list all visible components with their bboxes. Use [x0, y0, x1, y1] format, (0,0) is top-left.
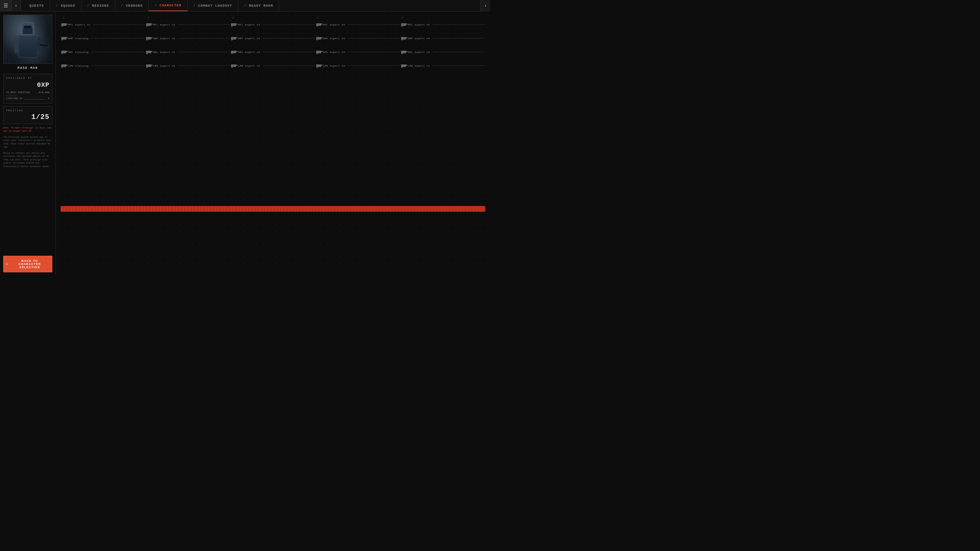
hrf-v3-name: HRF expert v3 [323, 37, 345, 40]
tab-quests[interactable]: QUESTS [21, 0, 50, 11]
portrait-body [18, 35, 37, 57]
grl-v4-name: GRL expert v4 [408, 51, 430, 54]
rfl-v2-name: RFL expert v2 [153, 23, 175, 26]
hrf-training-icon [61, 37, 66, 40]
grl-training-name: GRL training [68, 51, 89, 54]
lmg-v3-icon [316, 64, 321, 67]
rfl-v4-icon [316, 23, 321, 26]
skill-item-rfl-v2[interactable]: RFL expert v2 [145, 22, 230, 27]
portrait-head [21, 22, 34, 35]
skill-item-hrf-v1[interactable]: HRF expert v1 [145, 35, 230, 41]
hrf-v1-icon [146, 37, 151, 40]
skill-item-lmg-v2[interactable]: LMG expert v2 [230, 63, 315, 68]
lmg-training-bar [91, 65, 145, 66]
hrf-v2-bar [262, 38, 315, 38]
tab-ready-room[interactable]: / READY ROOM [238, 0, 280, 11]
character-portrait [3, 15, 52, 64]
main-layout: MASK MAN AVAILABLE XP 0XP TO NEXT PRESTI… [0, 11, 490, 275]
col-num-1: 1 [61, 16, 146, 19]
skill-item-lmg-training[interactable]: LMG training [60, 63, 145, 68]
rfl-v1-bar [93, 24, 145, 25]
lmg-v2-icon [231, 64, 236, 67]
prestige-section: PRESTIGE 1/25 [3, 106, 52, 124]
skill-item-hrf-v4[interactable]: HRF expert v4 [400, 35, 485, 41]
skill-item-hrf-training[interactable]: HRF training [60, 35, 145, 41]
hrf-v4-icon [401, 37, 406, 40]
grl-v3-icon [316, 50, 321, 54]
grl-training-icon [61, 50, 66, 54]
rfl-v3-icon [231, 23, 236, 26]
col-num-4: 4 [315, 16, 400, 19]
back-arrow-icon: « [6, 262, 8, 266]
lmg-v4-bar [433, 65, 485, 66]
skill-item-grl-v2[interactable]: GRL expert v2 [230, 49, 315, 55]
prestige-warning: When 'To Next Prestige' is full, you can… [3, 127, 52, 133]
tab-vendors[interactable]: / VENDORS [115, 0, 149, 11]
skill-item-grl-v1[interactable]: GRL expert v1 [145, 49, 230, 55]
skill-item-rfl-v1[interactable]: RFL expert v1 [60, 22, 145, 27]
hrf-v4-bar [433, 38, 485, 38]
skill-item-lmg-v3[interactable]: LMG expert v3 [315, 63, 400, 68]
grl-training-bar [91, 52, 145, 52]
tab-character[interactable]: / CHARACTER [149, 0, 187, 11]
rfl-v5-name: RFL expert v5 [408, 23, 430, 26]
xp-to-next-row: TO NEXT PRESTIGE ___________ 0/8,000 [6, 91, 49, 96]
lmg-v2-name: LMG expert v2 [238, 64, 260, 67]
xp-to-next-value: 0/8,000 [39, 91, 49, 96]
xp-section: AVAILABLE XP 0XP TO NEXT PRESTIGE ______… [3, 74, 52, 104]
nav-prev-arrow[interactable]: ‹ [11, 0, 21, 11]
grl-v4-icon [401, 50, 406, 54]
skill-item-lmg-v1[interactable]: LMG expert v1 [145, 63, 230, 68]
skill-item-grl-v3[interactable]: GRL expert v3 [315, 49, 400, 55]
skill-row-lmg: LMG training LMG expert v1 LMG expert v2 [60, 63, 485, 68]
xp-value: 0XP [6, 81, 49, 89]
lmg-v3-name: LMG expert v3 [323, 64, 345, 67]
prestige-desc1: The Prestige system allows you to reset … [3, 135, 52, 149]
portrait-arm-right [35, 37, 42, 52]
rfl-v5-icon [401, 23, 406, 26]
back-to-character-button[interactable]: « BACK TO CHARACTER SELECTION [3, 256, 52, 272]
rfl-v1-name: RFL expert v1 [68, 23, 90, 26]
grl-v1-name: GRL expert v1 [153, 51, 175, 54]
skill-item-rfl-v4[interactable]: RFL expert v4 [315, 22, 400, 27]
grl-v4-bar [433, 52, 485, 52]
tab-combat-loadout[interactable]: / COMBAT LOADOUT [188, 0, 238, 11]
prestige-desc2: Doing so removes all skills and increase… [3, 151, 52, 168]
skill-item-grl-v4[interactable]: GRL expert v4 [400, 49, 485, 55]
skill-item-hrf-v2[interactable]: HRF expert v2 [230, 35, 315, 41]
skill-item-grl-training[interactable]: GRL training [60, 49, 145, 55]
skill-item-lmg-v4[interactable]: LMG expert v4 [400, 63, 485, 68]
menu-button[interactable]: ☰ [0, 0, 11, 11]
grl-v2-icon [231, 50, 236, 54]
xp-to-next-label: TO NEXT PRESTIGE ___________ [6, 91, 39, 96]
skill-row-grl: GRL training GRL expert v1 GRL expert v2 [60, 49, 485, 55]
hrf-v1-name: HRF expert v1 [153, 37, 175, 40]
portrait-arm-left [13, 37, 19, 53]
xp-progress-fill [60, 206, 485, 212]
tab-squads[interactable]: / SQUADS [50, 0, 81, 11]
tab-regions[interactable]: / REGIONS [81, 0, 115, 11]
hrf-v1-bar [178, 38, 230, 38]
portrait-art [3, 15, 52, 64]
rfl-v2-bar [178, 24, 230, 25]
grl-v3-bar [348, 52, 400, 52]
grl-v2-name: GRL expert v2 [238, 51, 260, 54]
lmg-training-name: LMG training [68, 64, 89, 67]
col-num-2: 2 [146, 16, 230, 19]
rfl-v3-bar [262, 24, 315, 25]
hrf-v2-name: HRF expert v2 [238, 37, 260, 40]
hrf-v3-icon [316, 37, 321, 40]
hrf-v2-icon [231, 37, 236, 40]
skill-item-rfl-v3[interactable]: RFL expert v3 [230, 22, 315, 27]
rfl-v2-icon [146, 23, 151, 26]
xp-progress-bar [60, 206, 485, 212]
lmg-v1-bar [178, 65, 230, 66]
skill-item-rfl-v5[interactable]: RFL expert v5 [400, 22, 485, 27]
column-numbers: 1 2 3 4 5 [60, 16, 485, 19]
nav-next-arrow[interactable]: › [480, 0, 490, 11]
skill-grid: 1 2 3 4 5 RFL expert v1 RFL exp [60, 16, 485, 76]
portrait-mask [23, 29, 33, 34]
skill-item-hrf-v3[interactable]: HRF expert v3 [315, 35, 400, 41]
xp-lifetime-value: 0 [48, 97, 49, 100]
hrf-training-name: HRF training [68, 37, 89, 40]
